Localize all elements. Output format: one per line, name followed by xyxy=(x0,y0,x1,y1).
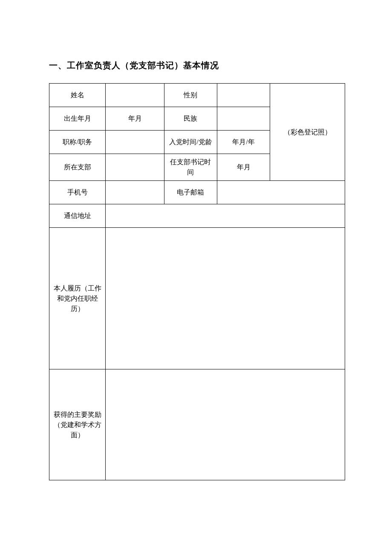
table-row: 通信地址 xyxy=(49,204,345,228)
label-awards: 获得的主要奖励（党建和学术方面） xyxy=(49,369,106,480)
photo-cell: （彩色登记照） xyxy=(270,84,345,181)
section-title: 一、工作室负责人（党支部书记）基本情况 xyxy=(49,60,345,71)
form-table: 姓名 性别 （彩色登记照） 出生年月 年月 民族 职称/职务 入党时间/党龄 年… xyxy=(49,83,345,480)
label-name: 姓名 xyxy=(49,84,106,107)
label-title-position: 职称/职务 xyxy=(49,131,106,154)
value-name xyxy=(106,84,164,107)
label-phone: 手机号 xyxy=(49,181,106,204)
table-row: 本人履历（工作和党内任职经历） xyxy=(49,228,345,369)
label-address: 通信地址 xyxy=(49,204,106,228)
table-row: 手机号 电子邮箱 xyxy=(49,181,345,204)
label-dob: 出生年月 xyxy=(49,107,106,131)
label-gender: 性别 xyxy=(164,84,217,107)
label-resume: 本人履历（工作和党内任职经历） xyxy=(49,228,106,369)
label-email: 电子邮箱 xyxy=(164,181,217,204)
table-row: 获得的主要奖励（党建和学术方面） xyxy=(49,369,345,480)
value-gender xyxy=(217,84,270,107)
value-email xyxy=(217,181,345,204)
label-join-party: 入党时间/党龄 xyxy=(164,131,217,154)
value-secretary-time: 年月 xyxy=(217,154,270,181)
value-address xyxy=(106,204,345,228)
value-dob: 年月 xyxy=(106,107,164,131)
label-ethnicity: 民族 xyxy=(164,107,217,131)
value-awards xyxy=(106,369,345,480)
table-row: 姓名 性别 （彩色登记照） xyxy=(49,84,345,107)
label-secretary-time: 任支部书记时间 xyxy=(164,154,217,181)
value-phone xyxy=(106,181,164,204)
value-ethnicity xyxy=(217,107,270,131)
value-resume xyxy=(106,228,345,369)
value-title-position xyxy=(106,131,164,154)
value-join-party: 年月/年 xyxy=(217,131,270,154)
label-branch: 所在支部 xyxy=(49,154,106,181)
value-branch xyxy=(106,154,164,181)
